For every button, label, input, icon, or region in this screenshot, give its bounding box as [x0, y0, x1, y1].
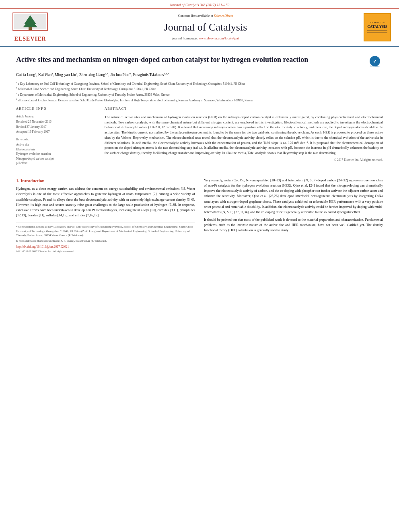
affiliation-b: b b School of Food Science and Engineeri… — [16, 86, 383, 91]
elsevier-image — [12, 12, 48, 34]
body-section: 1. Introduction Hydrogen, as a clean ene… — [16, 178, 383, 253]
sciencedirect-link[interactable]: ScienceDirect — [214, 14, 233, 18]
abstract-column: Abstract The nature of active sites and … — [105, 107, 383, 166]
abstract-text: The nature of active sites and mechanism… — [105, 115, 383, 156]
crossmark-badge: ✓ CrossMark — [367, 55, 383, 69]
revised-date: Revised 27 January 2017 — [16, 125, 97, 129]
affiliations: a a Key Laboratory on Fuel Cell Technolo… — [16, 80, 383, 103]
section-divider — [16, 172, 383, 172]
elsevier-wordmark: ELSEVIER — [14, 35, 46, 43]
info-abstract-section: Article Info Article history: Received 2… — [16, 107, 383, 166]
authors-line: Gui-fa Longa, Kai Wana, Ming-yao Liua, Z… — [16, 72, 383, 78]
journal-header-center: Contents lists available at ScienceDirec… — [52, 14, 359, 41]
journal-header: ELSEVIER Contents lists available at Sci… — [0, 9, 399, 47]
article-history-label: Article history: — [16, 115, 97, 119]
journal-top-bar: Journal of Catalysis 348 (2017) 151–159 — [0, 0, 399, 9]
footnote-section: * Corresponding authors at: Key Laborato… — [16, 222, 195, 253]
keywords-label: Keywords: — [16, 138, 97, 142]
article-container: Active sites and mechanism on nitrogen-d… — [0, 47, 399, 261]
keyword-2: Electrocatalysis — [16, 148, 97, 152]
footnote-star: * Corresponding authors at: Key Laborato… — [16, 225, 195, 238]
keyword-4: Nitrogen-doped carbon catalyst — [16, 157, 97, 161]
sciencedirect-line: Contents lists available at ScienceDirec… — [52, 14, 359, 18]
accepted-date: Accepted 19 February 2017 — [16, 130, 97, 134]
affiliation-d: d d Laboratory of Electrochemical Device… — [16, 97, 383, 103]
badge-catalysis-text: CATALYSIS — [367, 25, 387, 29]
journal-badge-section: JOURNAL OF CATALYSIS — [359, 13, 391, 41]
intro-paragraph-2: Very recently, metal (Co, Mo, Ni)-encaps… — [204, 178, 383, 215]
keyword-5: pH effect — [16, 161, 97, 166]
keywords-section: Keywords: Active site Electrocatalysis H… — [16, 138, 97, 166]
doi-line[interactable]: http://dx.doi.org/10.1016/j.jcat.2017.02… — [16, 244, 195, 249]
homepage-link[interactable]: www.elsevier.com/locate/jcat — [199, 36, 239, 40]
article-title-section: Active sites and mechanism on nitrogen-d… — [16, 55, 383, 69]
intro-paragraph-1: Hydrogen, as a clean energy carrier, can… — [16, 186, 195, 218]
article-title: Active sites and mechanism on nitrogen-d… — [16, 55, 363, 64]
badge-journal-text: JOURNAL OF — [370, 21, 385, 25]
keyword-3: Hydrogen evolution reaction — [16, 152, 97, 156]
abstract-header: Abstract — [105, 107, 383, 112]
issn-line: 0021-9517/© 2017 Elsevier Inc. All right… — [16, 249, 195, 254]
received-date: Received 25 November 2016 — [16, 120, 97, 124]
journal-citation: Journal of Catalysis 348 (2017) 151–159 — [170, 3, 230, 7]
affiliation-c: c c Department of Mechanical Engineering… — [16, 91, 383, 97]
copyright-line: © 2017 Elsevier Inc. All rights reserved… — [105, 158, 383, 162]
body-right-column: Very recently, metal (Co, Mo, Ni)-encaps… — [204, 178, 383, 253]
journal-badge: JOURNAL OF CATALYSIS — [364, 13, 391, 41]
keyword-1: Active site — [16, 143, 97, 147]
journal-title: Journal of Catalysis — [52, 20, 359, 35]
footnote-email: E-mail addresses: zliang@scut.edu.cn (Z.… — [16, 239, 195, 243]
article-info-column: Article Info Article history: Received 2… — [16, 107, 97, 166]
svg-text:✓: ✓ — [373, 59, 377, 64]
svg-text:CrossMark: CrossMark — [370, 65, 380, 68]
affiliation-a: a a Key Laboratory on Fuel Cell Technolo… — [16, 80, 383, 86]
introduction-title: 1. Introduction — [16, 178, 195, 184]
elsevier-logo: ELSEVIER — [8, 12, 52, 43]
journal-homepage: journal homepage: www.elsevier.com/locat… — [52, 36, 359, 41]
elsevier-logo-section: ELSEVIER — [8, 12, 52, 43]
intro-paragraph-3: It should be pointed out that most of th… — [204, 217, 383, 233]
body-left-column: 1. Introduction Hydrogen, as a clean ene… — [16, 178, 195, 253]
article-info-header: Article Info — [16, 107, 97, 112]
svg-rect-4 — [29, 27, 32, 30]
